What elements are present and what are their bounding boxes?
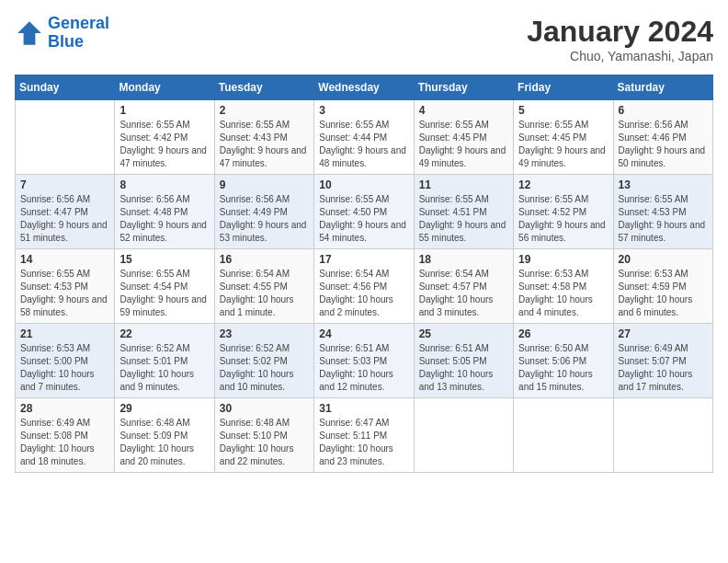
calendar-cell: 25 Sunrise: 6:51 AMSunset: 5:05 PMDaylig…	[414, 324, 513, 398]
day-info: Sunrise: 6:48 AMSunset: 5:09 PMDaylight:…	[119, 417, 209, 468]
day-info: Sunrise: 6:53 AMSunset: 4:59 PMDaylight:…	[619, 268, 708, 319]
weekday-header: Saturday	[613, 75, 712, 100]
calendar-cell	[514, 398, 613, 473]
calendar-week-row: 1 Sunrise: 6:55 AMSunset: 4:42 PMDayligh…	[16, 100, 713, 175]
calendar-cell: 15 Sunrise: 6:55 AMSunset: 4:54 PMDaylig…	[115, 249, 214, 324]
calendar-cell: 4 Sunrise: 6:55 AMSunset: 4:45 PMDayligh…	[414, 100, 513, 175]
day-number: 30	[220, 402, 309, 415]
day-number: 18	[419, 253, 508, 266]
calendar-cell: 14 Sunrise: 6:55 AMSunset: 4:53 PMDaylig…	[16, 249, 115, 324]
day-number: 12	[518, 178, 608, 191]
day-info: Sunrise: 6:56 AMSunset: 4:47 PMDaylight:…	[20, 193, 109, 245]
calendar-cell: 20 Sunrise: 6:53 AMSunset: 4:59 PMDaylig…	[613, 249, 712, 324]
location: Chuo, Yamanashi, Japan	[527, 49, 713, 63]
day-info: Sunrise: 6:56 AMSunset: 4:48 PMDaylight:…	[119, 193, 209, 245]
calendar-cell: 11 Sunrise: 6:55 AMSunset: 4:51 PMDaylig…	[414, 175, 513, 249]
calendar-cell	[16, 100, 115, 175]
day-number: 25	[419, 327, 508, 340]
day-number: 28	[20, 402, 109, 415]
day-number: 21	[20, 327, 109, 340]
calendar-cell: 6 Sunrise: 6:56 AMSunset: 4:46 PMDayligh…	[613, 100, 712, 175]
day-number: 19	[518, 253, 608, 266]
day-info: Sunrise: 6:51 AMSunset: 5:03 PMDaylight:…	[319, 342, 408, 394]
weekday-header-row: SundayMondayTuesdayWednesdayThursdayFrid…	[16, 75, 713, 100]
calendar-cell: 27 Sunrise: 6:49 AMSunset: 5:07 PMDaylig…	[613, 324, 712, 398]
day-info: Sunrise: 6:55 AMSunset: 4:45 PMDaylight:…	[518, 119, 608, 170]
calendar-week-row: 28 Sunrise: 6:49 AMSunset: 5:08 PMDaylig…	[16, 398, 713, 473]
day-info: Sunrise: 6:55 AMSunset: 4:43 PMDaylight:…	[220, 119, 309, 170]
month-title: January 2024	[527, 15, 713, 49]
calendar-cell: 5 Sunrise: 6:55 AMSunset: 4:45 PMDayligh…	[514, 100, 613, 175]
day-info: Sunrise: 6:52 AMSunset: 5:01 PMDaylight:…	[119, 342, 209, 394]
calendar-cell: 12 Sunrise: 6:55 AMSunset: 4:52 PMDaylig…	[514, 175, 613, 249]
calendar-cell: 8 Sunrise: 6:56 AMSunset: 4:48 PMDayligh…	[115, 175, 214, 249]
calendar-cell: 23 Sunrise: 6:52 AMSunset: 5:02 PMDaylig…	[214, 324, 313, 398]
day-info: Sunrise: 6:54 AMSunset: 4:57 PMDaylight:…	[419, 268, 508, 319]
day-number: 5	[518, 104, 608, 117]
day-info: Sunrise: 6:49 AMSunset: 5:07 PMDaylight:…	[619, 342, 708, 394]
day-info: Sunrise: 6:55 AMSunset: 4:50 PMDaylight:…	[319, 193, 408, 245]
day-number: 4	[419, 104, 508, 117]
day-number: 31	[319, 402, 408, 415]
day-number: 11	[419, 178, 508, 191]
calendar-cell: 29 Sunrise: 6:48 AMSunset: 5:09 PMDaylig…	[115, 398, 214, 473]
weekday-header: Thursday	[414, 75, 513, 100]
day-info: Sunrise: 6:48 AMSunset: 5:10 PMDaylight:…	[220, 417, 309, 468]
logo: General Blue	[15, 15, 109, 52]
day-number: 2	[220, 104, 309, 117]
day-number: 20	[619, 253, 708, 266]
calendar-cell: 13 Sunrise: 6:55 AMSunset: 4:53 PMDaylig…	[613, 175, 712, 249]
day-number: 9	[220, 178, 309, 191]
calendar-cell: 19 Sunrise: 6:53 AMSunset: 4:58 PMDaylig…	[514, 249, 613, 324]
day-info: Sunrise: 6:55 AMSunset: 4:44 PMDaylight:…	[319, 119, 408, 170]
calendar-cell: 31 Sunrise: 6:47 AMSunset: 5:11 PMDaylig…	[314, 398, 414, 473]
day-number: 7	[20, 178, 109, 191]
calendar-table: SundayMondayTuesdayWednesdayThursdayFrid…	[15, 75, 713, 473]
day-info: Sunrise: 6:49 AMSunset: 5:08 PMDaylight:…	[20, 417, 109, 468]
title-block: January 2024 Chuo, Yamanashi, Japan	[527, 15, 713, 63]
page-header: General Blue January 2024 Chuo, Yamanash…	[15, 15, 713, 63]
calendar-cell: 16 Sunrise: 6:54 AMSunset: 4:55 PMDaylig…	[214, 249, 313, 324]
calendar-cell: 9 Sunrise: 6:56 AMSunset: 4:49 PMDayligh…	[214, 175, 313, 249]
day-info: Sunrise: 6:56 AMSunset: 4:46 PMDaylight:…	[619, 119, 708, 170]
day-info: Sunrise: 6:55 AMSunset: 4:53 PMDaylight:…	[619, 193, 708, 245]
calendar-cell: 1 Sunrise: 6:55 AMSunset: 4:42 PMDayligh…	[115, 100, 214, 175]
day-info: Sunrise: 6:55 AMSunset: 4:52 PMDaylight:…	[518, 193, 608, 245]
day-number: 14	[20, 253, 109, 266]
day-info: Sunrise: 6:55 AMSunset: 4:45 PMDaylight:…	[419, 119, 508, 170]
day-info: Sunrise: 6:55 AMSunset: 4:51 PMDaylight:…	[419, 193, 508, 245]
day-info: Sunrise: 6:55 AMSunset: 4:53 PMDaylight:…	[20, 268, 109, 319]
day-info: Sunrise: 6:53 AMSunset: 5:00 PMDaylight:…	[20, 342, 109, 394]
day-number: 27	[619, 327, 708, 340]
calendar-cell: 30 Sunrise: 6:48 AMSunset: 5:10 PMDaylig…	[214, 398, 313, 473]
calendar-cell: 22 Sunrise: 6:52 AMSunset: 5:01 PMDaylig…	[115, 324, 214, 398]
calendar-cell	[613, 398, 712, 473]
weekday-header: Tuesday	[214, 75, 313, 100]
weekday-header: Wednesday	[314, 75, 414, 100]
calendar-cell	[414, 398, 513, 473]
calendar-cell: 10 Sunrise: 6:55 AMSunset: 4:50 PMDaylig…	[314, 175, 414, 249]
calendar-cell: 18 Sunrise: 6:54 AMSunset: 4:57 PMDaylig…	[414, 249, 513, 324]
logo-icon	[15, 18, 44, 48]
day-number: 23	[220, 327, 309, 340]
calendar-cell: 17 Sunrise: 6:54 AMSunset: 4:56 PMDaylig…	[314, 249, 414, 324]
day-info: Sunrise: 6:55 AMSunset: 4:54 PMDaylight:…	[119, 268, 209, 319]
day-number: 22	[119, 327, 209, 340]
calendar-cell: 24 Sunrise: 6:51 AMSunset: 5:03 PMDaylig…	[314, 324, 414, 398]
day-number: 3	[319, 104, 408, 117]
day-number: 8	[119, 178, 209, 191]
weekday-header: Monday	[115, 75, 214, 100]
calendar-cell: 7 Sunrise: 6:56 AMSunset: 4:47 PMDayligh…	[16, 175, 115, 249]
calendar-week-row: 21 Sunrise: 6:53 AMSunset: 5:00 PMDaylig…	[16, 324, 713, 398]
day-info: Sunrise: 6:54 AMSunset: 4:55 PMDaylight:…	[220, 268, 309, 319]
day-info: Sunrise: 6:51 AMSunset: 5:05 PMDaylight:…	[419, 342, 508, 394]
svg-marker-0	[17, 21, 41, 45]
logo-text: General Blue	[48, 15, 109, 52]
day-info: Sunrise: 6:55 AMSunset: 4:42 PMDaylight:…	[119, 119, 209, 170]
day-info: Sunrise: 6:50 AMSunset: 5:06 PMDaylight:…	[518, 342, 608, 394]
day-number: 16	[220, 253, 309, 266]
calendar-cell: 21 Sunrise: 6:53 AMSunset: 5:00 PMDaylig…	[16, 324, 115, 398]
weekday-header: Friday	[514, 75, 613, 100]
day-number: 10	[319, 178, 408, 191]
calendar-week-row: 14 Sunrise: 6:55 AMSunset: 4:53 PMDaylig…	[16, 249, 713, 324]
